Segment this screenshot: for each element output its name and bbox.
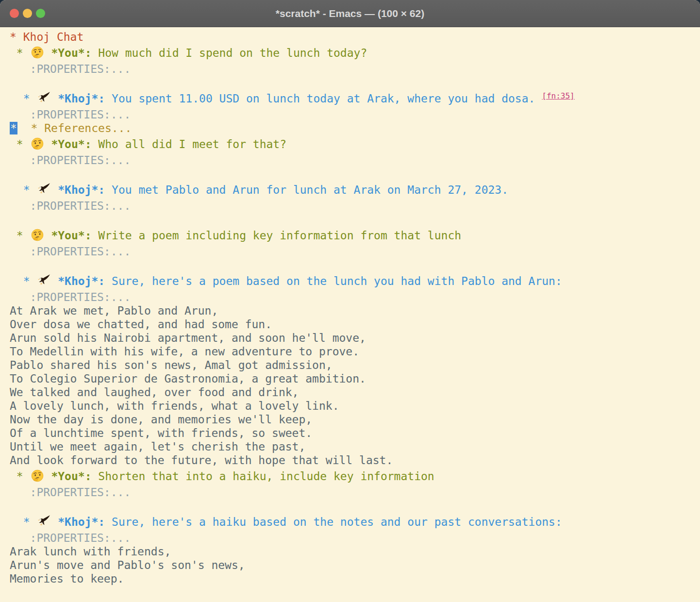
org-star: * <box>10 275 36 287</box>
you-message-heading: * *You*: How much did I spend on the lun… <box>10 44 700 62</box>
message-text: Write a poem including key information f… <box>92 229 462 242</box>
message-text: You met Pablo and Arun for lunch at Arak… <box>105 184 508 196</box>
poem-line: Pablo shared his son's news, Amal got ad… <box>10 358 700 372</box>
org-star: * <box>10 184 36 196</box>
cursor-block: * <box>10 122 17 134</box>
thinking-face-emoji <box>31 469 44 483</box>
poem-line: Arun sold his Nairobi apartment, and soo… <box>10 331 700 345</box>
close-button[interactable] <box>10 9 19 18</box>
traffic-lights <box>0 9 45 18</box>
references-heading[interactable]: * * References... <box>10 121 700 135</box>
poem-text: Now the day is done, and memories we'll … <box>10 413 312 426</box>
footnote-link[interactable]: [fn:35] <box>542 91 574 100</box>
properties-drawer-toggle[interactable]: :PROPERTIES:... <box>10 199 700 213</box>
speaker-name: *You*: <box>51 138 91 150</box>
haiku-line: Memories to keep. <box>10 572 700 585</box>
khoj-chat-heading[interactable]: * Khoj Chat <box>10 30 700 44</box>
haiku-text: Arun's move and Pablo's son's news, <box>10 559 245 571</box>
references-text: * References... <box>31 122 132 134</box>
text-segment <box>51 92 58 105</box>
haiku-line: Arun's move and Pablo's son's news, <box>10 558 700 572</box>
khoj-message-heading: * *Khoj*: You spent 11.00 USD on lunch t… <box>10 89 700 108</box>
poem-text: At Arak we met, Pablo and Arun, <box>10 304 218 317</box>
poem-text: Arun sold his Nairobi apartment, and soo… <box>10 332 366 344</box>
text-segment <box>45 47 51 59</box>
haiku-text: Arak lunch with friends, <box>10 545 171 558</box>
properties-drawer-toggle[interactable]: :PROPERTIES:... <box>10 290 700 304</box>
text-segment <box>45 138 51 150</box>
properties-drawer-toggle[interactable]: :PROPERTIES:... <box>10 531 700 545</box>
zoom-button[interactable] <box>36 9 45 18</box>
poem-line: Until we meet again, let's cherish the p… <box>10 440 700 453</box>
speaker-name: *Khoj*: <box>58 275 105 287</box>
blank-line <box>10 499 700 513</box>
poem-line: Over dosa we chatted, and had some fun. <box>10 318 700 331</box>
drawer-text: :PROPERTIES:... <box>10 63 131 75</box>
blank-line <box>10 76 700 89</box>
blank-line <box>10 167 700 181</box>
speaker-name: *Khoj*: <box>58 516 105 528</box>
thinking-face-emoji <box>31 228 44 242</box>
you-message-heading: * *You*: Write a poem including key info… <box>10 226 700 245</box>
eagle-emoji <box>37 515 50 528</box>
message-text: Who all did I meet for that? <box>92 138 287 150</box>
poem-line: Now the day is done, and memories we'll … <box>10 413 700 426</box>
poem-text: And look forward to the future, with hop… <box>10 454 393 467</box>
minimize-button[interactable] <box>23 9 32 18</box>
speaker-name: *You*: <box>51 47 91 59</box>
poem-text: Until we meet again, let's cherish the p… <box>10 440 305 453</box>
drawer-text: :PROPERTIES:... <box>10 154 131 167</box>
properties-drawer-toggle[interactable]: :PROPERTIES:... <box>10 108 700 121</box>
org-star: * <box>10 516 36 528</box>
scratch-buffer[interactable]: * Khoj Chat * *You*: How much did I spen… <box>0 27 700 585</box>
org-star: * <box>10 470 30 483</box>
properties-drawer-toggle[interactable]: :PROPERTIES:... <box>10 485 700 499</box>
poem-text: Pablo shared his son's news, Amal got ad… <box>10 359 333 371</box>
haiku-text: Memories to keep. <box>10 572 124 585</box>
khoj-message-heading: * *Khoj*: Sure, here's a haiku based on … <box>10 513 700 531</box>
drawer-text: :PROPERTIES:... <box>10 108 131 121</box>
text-segment <box>51 516 58 528</box>
poem-text: We talked and laughed, over food and dri… <box>10 386 299 399</box>
org-star: * <box>10 229 30 242</box>
speaker-name: *Khoj*: <box>58 92 105 105</box>
thinking-face-emoji <box>31 46 44 59</box>
drawer-text: :PROPERTIES:... <box>10 245 131 258</box>
text-segment <box>17 122 31 134</box>
speaker-name: *Khoj*: <box>58 184 105 196</box>
poem-line: To Colegio Superior de Gastronomia, a gr… <box>10 372 700 385</box>
you-message-heading: * *You*: Shorten that into a haiku, incl… <box>10 467 700 485</box>
poem-text: To Colegio Superior de Gastronomia, a gr… <box>10 372 366 385</box>
org-star: * <box>10 138 30 150</box>
message-text: Shorten that into a haiku, include key i… <box>92 470 434 483</box>
emacs-window: *scratch* - Emacs — (100 × 62) * Khoj Ch… <box>0 0 700 602</box>
poem-line: And look forward to the future, with hop… <box>10 453 700 467</box>
message-text: You spent 11.00 USD on lunch today at Ar… <box>105 92 542 105</box>
window-titlebar: *scratch* - Emacs — (100 × 62) <box>0 0 700 27</box>
properties-drawer-toggle[interactable]: :PROPERTIES:... <box>10 245 700 258</box>
text-segment <box>51 184 58 196</box>
speaker-name: *You*: <box>51 470 91 483</box>
eagle-emoji <box>37 91 50 105</box>
poem-line: We talked and laughed, over food and dri… <box>10 385 700 399</box>
poem-line: To Medellin with his wife, a new adventu… <box>10 345 700 358</box>
drawer-text: :PROPERTIES:... <box>10 291 131 303</box>
poem-text: Over dosa we chatted, and had some fun. <box>10 318 272 331</box>
blank-line <box>10 258 700 272</box>
poem-line: Of a lunchtime spent, with friends, so s… <box>10 426 700 440</box>
eagle-emoji <box>37 183 50 196</box>
poem-line: At Arak we met, Pablo and Arun, <box>10 304 700 318</box>
properties-drawer-toggle[interactable]: :PROPERTIES:... <box>10 153 700 167</box>
drawer-text: :PROPERTIES:... <box>10 200 131 212</box>
text-segment <box>45 229 51 242</box>
khoj-message-heading: * *Khoj*: Sure, here's a poem based on t… <box>10 272 700 290</box>
drawer-text: :PROPERTIES:... <box>10 532 131 544</box>
message-text: Sure, here's a poem based on the lunch y… <box>105 275 562 287</box>
text-segment <box>45 470 51 483</box>
org-star: * <box>10 47 30 59</box>
org-heading-text: * Khoj Chat <box>10 31 83 43</box>
blank-line <box>10 213 700 226</box>
properties-drawer-toggle[interactable]: :PROPERTIES:... <box>10 62 700 76</box>
eagle-emoji <box>37 274 50 287</box>
poem-line: A lovely lunch, with friends, what a lov… <box>10 399 700 413</box>
